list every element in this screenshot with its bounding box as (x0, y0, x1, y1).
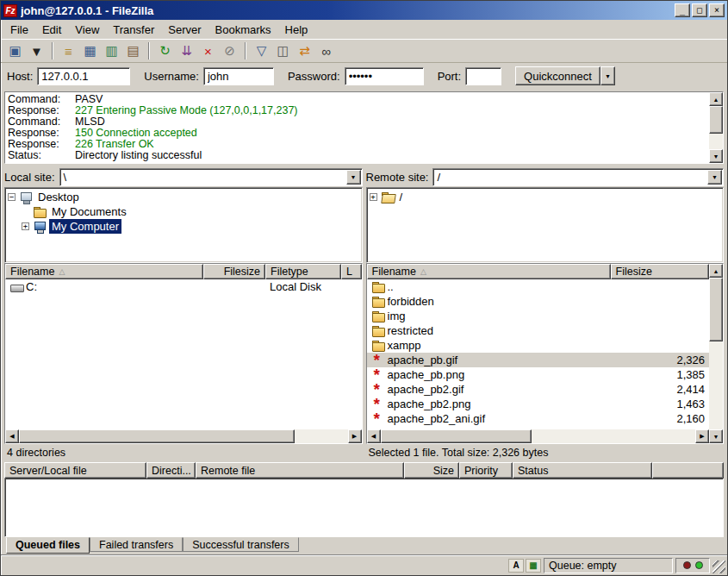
menu-help[interactable]: Help (278, 21, 315, 39)
tree-item-my-computer[interactable]: +My Computer (6, 219, 361, 234)
tree-item-desktop[interactable]: −Desktop (6, 190, 361, 204)
transfer-queue-toggle-icon[interactable]: ▤ (123, 41, 143, 60)
scroll-up-button[interactable]: ▲ (709, 92, 723, 106)
filter-icon[interactable]: ▽ (252, 41, 271, 60)
queue-column-server-local-file[interactable]: Server/Local file (4, 462, 146, 479)
maximize-button[interactable]: □ (692, 3, 707, 17)
scroll-track[interactable] (381, 429, 696, 443)
local-site-dropdown-icon[interactable]: ▼ (346, 170, 361, 185)
local-treeview-toggle-icon[interactable]: ▦ (80, 41, 100, 60)
scroll-up-button[interactable]: ▲ (709, 264, 723, 278)
synchronized-browsing-icon[interactable]: ⇄ (295, 41, 314, 60)
process-queue-icon[interactable]: ⇊ (177, 41, 196, 60)
file-row-apache-pb-gif[interactable]: apache_pb.gif2,326 (367, 353, 710, 367)
minimize-button[interactable]: _ (675, 3, 690, 17)
cancel-icon[interactable]: × (198, 41, 218, 60)
scroll-thumb[interactable] (709, 106, 723, 134)
file-row-apache-pb2-png[interactable]: apache_pb2.png1,463 (367, 397, 710, 411)
column-header-filetype[interactable]: Filetype (265, 264, 341, 279)
title-bar[interactable]: Fz john@127.0.0.1 - FileZilla _ □ × (1, 1, 727, 20)
remote-site-dropdown-icon[interactable]: ▼ (707, 170, 722, 185)
queue-column-directi[interactable]: Directi... (146, 462, 196, 479)
tab-successful-transfers[interactable]: Successful transfers (183, 537, 299, 552)
file-broken-icon (371, 354, 386, 366)
menu-edit[interactable]: Edit (35, 21, 68, 39)
scroll-down-button[interactable]: ▼ (709, 149, 723, 163)
collapse-minus-icon[interactable]: − (8, 193, 16, 201)
disconnect-icon[interactable]: ⊘ (220, 41, 240, 60)
menu-server[interactable]: Server (161, 21, 208, 39)
queue-column-status[interactable]: Status (513, 462, 652, 479)
expand-plus-icon[interactable]: + (22, 222, 29, 230)
remote-hscrollbar[interactable]: ◀ ▶ (367, 429, 710, 443)
expand-plus-icon[interactable]: + (370, 193, 377, 201)
menu-transfer[interactable]: Transfer (106, 21, 161, 39)
file-row-forbidden[interactable]: forbidden (367, 294, 710, 309)
queue-column-label: Size (433, 465, 454, 477)
cell-filesize: 2,414 (611, 383, 710, 396)
file-row-apache-pb2-ani-gif[interactable]: apache_pb2_ani.gif2,160 (367, 411, 710, 426)
log-scrollbar[interactable]: ▲ ▼ (709, 92, 723, 163)
scroll-down-button[interactable]: ▼ (709, 429, 723, 443)
file-row-restricted[interactable]: restricted (367, 323, 710, 338)
scroll-track[interactable] (709, 278, 723, 429)
file-panels: Local site: \ ▼ −DesktopMy Documents+My … (1, 165, 727, 460)
scroll-left-button[interactable]: ◀ (5, 429, 19, 443)
queue-column-priority[interactable]: Priority (459, 462, 513, 479)
file-row-apache-pb-png[interactable]: apache_pb.png1,385 (367, 367, 710, 382)
username-input[interactable] (203, 67, 274, 85)
scroll-left-button[interactable]: ◀ (367, 429, 381, 443)
queue-header: Server/Local fileDirecti...Remote fileSi… (4, 462, 724, 479)
file-row-img[interactable]: img (367, 309, 710, 323)
menu-view[interactable]: View (68, 21, 106, 39)
scroll-thumb[interactable] (381, 429, 532, 443)
scroll-track[interactable] (19, 429, 348, 443)
close-button[interactable]: × (709, 3, 725, 17)
host-input[interactable] (37, 67, 130, 85)
local-hscrollbar[interactable]: ◀ ▶ (5, 429, 362, 443)
remote-vscrollbar[interactable]: ▲ ▼ (709, 264, 723, 443)
directory-comparison-icon[interactable]: ◫ (273, 41, 293, 60)
folder-icon (371, 325, 386, 337)
refresh-icon[interactable]: ↻ (155, 41, 175, 60)
column-header-filesize[interactable]: Filesize (203, 264, 265, 279)
scroll-right-button[interactable]: ▶ (695, 429, 709, 443)
resize-grip[interactable] (712, 560, 725, 573)
column-header-label: Filename (372, 266, 416, 278)
speed-limit-icon[interactable]: ▦ (526, 559, 541, 573)
tab-failed-transfers[interactable]: Failed transfers (90, 537, 183, 552)
local-site-combo[interactable]: \ ▼ (59, 168, 363, 186)
port-input[interactable] (465, 67, 501, 85)
host-label: Host: (7, 70, 33, 83)
tree-item-my-documents[interactable]: My Documents (6, 204, 361, 219)
tree-label: Desktop (35, 190, 82, 204)
site-manager-icon[interactable]: ▣ (5, 41, 25, 60)
quickconnect-button[interactable]: Quickconnect (515, 66, 600, 85)
password-input[interactable] (345, 67, 424, 85)
menu-bookmarks[interactable]: Bookmarks (208, 21, 278, 39)
column-header-filename[interactable]: Filename△ (367, 264, 611, 279)
find-files-icon[interactable]: ∞ (316, 41, 336, 60)
scroll-thumb[interactable] (19, 429, 295, 443)
site-manager-dropdown-icon[interactable]: ▼ (27, 41, 47, 60)
file-row-item[interactable]: .. (367, 279, 710, 294)
remote-treeview-toggle-icon[interactable]: ▥ (102, 41, 121, 60)
queue-column-remote-file[interactable]: Remote file (196, 462, 404, 479)
file-row-xampp[interactable]: xampp (367, 338, 710, 353)
tab-queued-files[interactable]: Queued files (6, 537, 90, 554)
remote-site-combo[interactable]: / ▼ (432, 168, 724, 186)
file-row-c[interactable]: C:Local Disk (5, 279, 362, 294)
message-log-toggle-icon[interactable]: ≡ (59, 41, 78, 60)
transfer-type-ascii-icon[interactable]: A (508, 559, 524, 573)
queue-column-size[interactable]: Size (404, 462, 459, 479)
scroll-track[interactable] (709, 106, 723, 149)
scroll-thumb[interactable] (709, 278, 723, 341)
column-header-l[interactable]: L (341, 264, 362, 279)
tree-item-item[interactable]: +/ (368, 190, 723, 204)
file-row-apache-pb2-gif[interactable]: apache_pb2.gif2,414 (367, 382, 710, 397)
column-header-filesize[interactable]: Filesize (611, 264, 710, 279)
column-header-filename[interactable]: Filename△ (5, 264, 203, 279)
menu-file[interactable]: File (3, 21, 35, 39)
quickconnect-dropdown-button[interactable]: ▼ (600, 66, 615, 85)
scroll-right-button[interactable]: ▶ (348, 429, 362, 443)
